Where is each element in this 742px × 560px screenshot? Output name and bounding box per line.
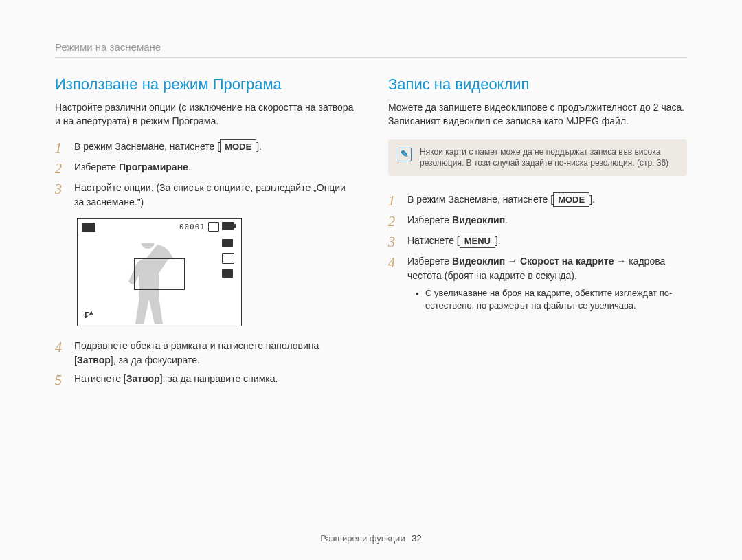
- step-number: 3: [388, 234, 407, 250]
- resolution-icon: [222, 239, 233, 247]
- right-heading: Запис на видеоклип: [388, 76, 687, 93]
- note-box: ✎ Някои карти с памет може да не поддърж…: [388, 139, 687, 177]
- step-number: 5: [55, 372, 74, 388]
- step-text: Настройте опции. (За списък с опциите, р…: [74, 182, 346, 208]
- flash-mode-icon: ₣ᴬ: [85, 310, 93, 320]
- section-header: Режими на заснемане: [55, 41, 687, 58]
- step-row: 2 Изберете Видеоклип.: [388, 213, 687, 229]
- step-text: Натиснете [: [407, 235, 460, 246]
- step-bold: Видеоклип: [452, 256, 505, 267]
- step-text: В режим Заснемане, натиснете [: [74, 141, 220, 152]
- step-text: ], за да направите снимка.: [160, 373, 278, 384]
- mode-indicator-icon: [82, 223, 95, 232]
- step-text: .: [505, 214, 508, 225]
- step-row: 1 В режим Заснемане, натиснете [MODE].: [388, 192, 687, 209]
- sub-bullet: С увеличаване на броя на кадрите, обекти…: [416, 287, 687, 312]
- step-body: Натиснете [Затвор], за да направите сним…: [74, 372, 354, 386]
- camera-preview-illustration: 00001 ₣ᴬ: [77, 218, 242, 326]
- left-heading: Използване на режим Програма: [55, 76, 354, 93]
- mode-button-label: MODE: [553, 192, 589, 207]
- step-row: 3 Настройте опции. (За списък с опциите,…: [55, 181, 354, 210]
- step-text: Изберете: [407, 214, 452, 225]
- metering-icon: [222, 253, 234, 264]
- step-body: Подравнете обекта в рамката и натиснете …: [74, 339, 354, 368]
- step-row: 4 Подравнете обекта в рамката и натиснет…: [55, 339, 354, 368]
- right-icon-stack: [222, 239, 234, 278]
- step-body: Настройте опции. (За списък с опциите, р…: [74, 181, 354, 210]
- step-text: .: [188, 161, 191, 172]
- step-number: 4: [55, 339, 74, 355]
- right-column: Запис на видеоклип Можете да запишете ви…: [388, 76, 687, 392]
- step-body: Изберете Видеоклип.: [407, 213, 687, 227]
- manual-page: Режими на заснемане Използване на режим …: [0, 0, 742, 560]
- drive-icon: [222, 269, 233, 278]
- right-steps: 1 В режим Заснемане, натиснете [MODE]. 2…: [388, 192, 687, 283]
- step-number: 4: [388, 254, 407, 271]
- right-intro: Можете да запишете видеоклипове с продъл…: [388, 100, 687, 128]
- step-text: ].: [256, 141, 262, 152]
- two-columns: Използване на режим Програма Настройте р…: [55, 76, 687, 392]
- shot-counter: 00001: [179, 223, 205, 232]
- battery-icon: [222, 222, 234, 230]
- page-footer: Разширени функции 32: [0, 533, 742, 544]
- step-text: ].: [589, 194, 595, 205]
- note-icon: ✎: [398, 148, 412, 161]
- step-text: ], за да фокусирате.: [111, 355, 200, 366]
- left-steps-continued: 4 Подравнете обекта в рамката и натиснет…: [55, 339, 354, 388]
- step-row: 2 Изберете Програмиране.: [55, 160, 354, 177]
- step-bold: Програмиране: [119, 161, 188, 172]
- menu-button-label: MENU: [460, 234, 495, 248]
- step-body: В режим Заснемане, натиснете [MODE].: [74, 139, 354, 154]
- step-row: 1 В режим Заснемане, натиснете [MODE].: [55, 139, 354, 156]
- note-text: Някои карти с памет може да не поддържат…: [420, 146, 677, 170]
- focus-rectangle-icon: [134, 258, 185, 290]
- step-bold: Затвор: [126, 373, 160, 384]
- step-body: Изберете Видеоклип → Скорост на кадрите …: [407, 254, 687, 283]
- step-row: 3 Натиснете [MENU].: [388, 234, 687, 250]
- step-number: 2: [55, 160, 74, 177]
- step-text: ].: [495, 235, 501, 246]
- footer-label: Разширени функции: [320, 533, 405, 544]
- step-row: 4 Изберете Видеоклип → Скорост на кадрит…: [388, 254, 687, 283]
- step-number: 3: [55, 181, 74, 197]
- step-text: Изберете: [74, 161, 119, 172]
- left-intro: Настройте различни опции (с изключение н…: [55, 100, 354, 128]
- memory-card-icon: [208, 222, 219, 232]
- left-steps: 1 В режим Заснемане, натиснете [MODE]. 2…: [55, 139, 354, 210]
- arrow-icon: →: [614, 256, 629, 267]
- step-body: Натиснете [MENU].: [407, 234, 687, 248]
- step-text: В режим Заснемане, натиснете [: [407, 194, 553, 205]
- step-number: 1: [55, 139, 74, 156]
- step-bold: Скорост на кадрите: [520, 256, 614, 267]
- step-text: Натиснете [: [74, 373, 126, 384]
- left-column: Използване на режим Програма Настройте р…: [55, 76, 354, 392]
- step-body: Изберете Програмиране.: [74, 160, 354, 175]
- step-bold: Затвор: [77, 355, 111, 366]
- step-body: В режим Заснемане, натиснете [MODE].: [407, 192, 687, 207]
- mode-button-label: MODE: [220, 139, 256, 154]
- step-bold: Видеоклип: [452, 214, 505, 225]
- step-row: 5 Натиснете [Затвор], за да направите сн…: [55, 372, 354, 388]
- step-text: Изберете: [407, 256, 452, 267]
- arrow-icon: →: [505, 256, 520, 267]
- step-number: 2: [388, 213, 407, 229]
- page-number: 32: [412, 533, 421, 544]
- step-number: 1: [388, 192, 407, 209]
